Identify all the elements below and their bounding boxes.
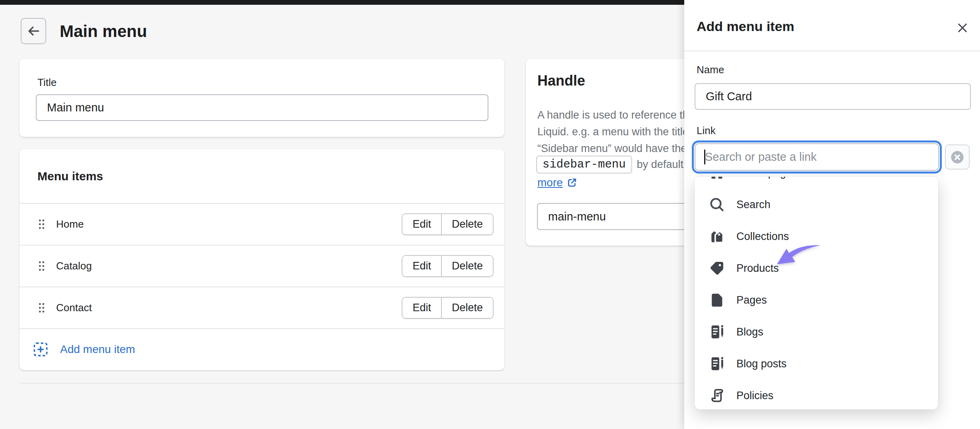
- menu-items-heading: Menu items: [37, 170, 103, 183]
- row-actions: Edit Delete: [402, 255, 494, 277]
- add-dashed-plus-icon: [33, 342, 48, 357]
- title-card: Title: [20, 59, 504, 137]
- link-option-home-page[interactable]: Home page: [695, 177, 938, 189]
- blogs-icon: [709, 324, 725, 340]
- menu-item-row-catalog: Catalog Edit Delete: [20, 245, 504, 287]
- back-button[interactable]: [21, 18, 46, 44]
- add-menu-item-label: Add menu item: [60, 343, 135, 356]
- delete-button[interactable]: Delete: [441, 256, 493, 276]
- menu-item-row-home: Home Edit Delete: [20, 203, 504, 245]
- delete-button[interactable]: Delete: [441, 214, 493, 234]
- edit-button[interactable]: Edit: [402, 214, 441, 234]
- link-option-search[interactable]: Search: [695, 189, 938, 220]
- link-field-label: Link: [697, 125, 716, 137]
- link-option-policies[interactable]: Policies: [695, 380, 938, 410]
- link-option-pages[interactable]: Pages: [695, 284, 938, 316]
- menu-item-label: Home: [56, 218, 84, 230]
- close-icon: [956, 21, 969, 35]
- page-title: Main menu: [60, 22, 147, 41]
- products-tag-icon: [709, 260, 725, 277]
- handle-code-chip: sidebar-menu: [536, 156, 632, 174]
- policies-scroll-icon: [709, 387, 725, 404]
- row-actions: Edit Delete: [402, 213, 494, 235]
- drag-handle-icon[interactable]: [38, 302, 45, 314]
- handle-heading: Handle: [537, 72, 585, 89]
- row-actions: Edit Delete: [402, 297, 494, 319]
- link-option-blogs[interactable]: Blogs: [695, 316, 938, 348]
- collections-icon: [709, 228, 725, 245]
- menu-item-label: Catalog: [56, 260, 92, 272]
- link-options-list: Home page Search Collections: [695, 177, 938, 410]
- menu-item-label: Contact: [56, 302, 92, 314]
- search-icon: [709, 196, 725, 213]
- navigation-menu-editor: Main menu Title Menu items Home Edit Del…: [0, 0, 980, 429]
- link-option-blog-posts[interactable]: Blog posts: [695, 348, 938, 380]
- learn-more-link[interactable]: more: [537, 176, 578, 189]
- delete-button[interactable]: Delete: [441, 298, 493, 318]
- link-options-dropdown: Home page Search Collections: [695, 177, 938, 410]
- add-menu-item-button[interactable]: Add menu item: [20, 328, 504, 370]
- link-option-products[interactable]: Products: [695, 252, 938, 284]
- blog-posts-icon: [709, 355, 725, 372]
- section-divider: [20, 383, 684, 384]
- edit-button[interactable]: Edit: [402, 256, 441, 276]
- menu-title-input[interactable]: [36, 94, 488, 121]
- external-link-icon: [566, 177, 578, 189]
- menu-item-row-contact: Contact Edit Delete: [20, 287, 504, 328]
- drag-handle-icon[interactable]: [38, 218, 45, 230]
- close-panel-button[interactable]: [955, 20, 970, 36]
- name-field-label: Name: [697, 64, 724, 76]
- text-caret: [704, 150, 705, 164]
- drag-handle-icon[interactable]: [38, 260, 45, 272]
- link-option-collections[interactable]: Collections: [695, 220, 938, 252]
- pages-icon: [709, 292, 725, 308]
- panel-title: Add menu item: [697, 19, 795, 34]
- menu-items-card: Menu items Home Edit Delete Catalog Edit…: [20, 149, 504, 370]
- add-menu-item-panel: Add menu item Name Link: [684, 0, 980, 429]
- link-search-input[interactable]: [695, 143, 939, 171]
- title-field-label: Title: [37, 76, 57, 89]
- panel-header-divider: [684, 51, 980, 51]
- home-icon: [709, 177, 725, 181]
- name-input[interactable]: [695, 83, 971, 110]
- clear-circle-x-icon: [950, 150, 965, 165]
- clear-link-button[interactable]: [945, 144, 970, 170]
- back-arrow-icon: [26, 24, 41, 38]
- edit-button[interactable]: Edit: [402, 298, 441, 318]
